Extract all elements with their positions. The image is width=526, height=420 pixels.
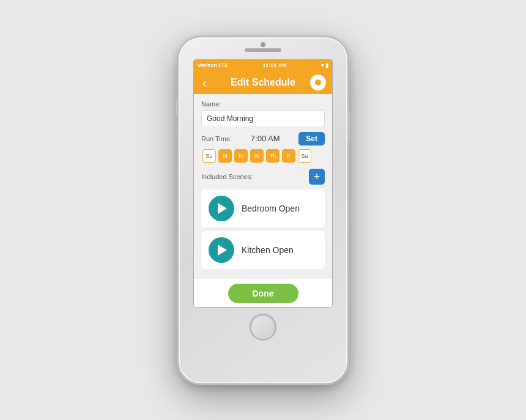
scene-item-bedroom: Bedroom Open <box>201 190 325 227</box>
scenes-row: Included Scenes: + <box>201 169 325 185</box>
network-label: LTE <box>218 62 228 68</box>
carrier-label: Verizon <box>198 62 217 68</box>
scenes-label: Included Scenes: <box>201 173 309 180</box>
phone-screen: Verizon LTE 11:01 AM ▾ ▮ ‹ Edit Schedule… <box>193 59 333 308</box>
name-input[interactable]: Good Morning <box>201 110 325 127</box>
add-scene-button[interactable]: + <box>309 169 325 185</box>
app-content: Name: Good Morning Run Time: 7:00 AM Set… <box>194 94 332 279</box>
scene-item-kitchen: Kitchen Open <box>201 231 325 269</box>
day-sa[interactable]: Sa <box>298 149 311 163</box>
done-section: Done <box>194 279 332 308</box>
days-selector: Su M Tu W Th F Sa <box>201 149 325 163</box>
status-time: 11:01 AM <box>263 62 287 68</box>
day-su[interactable]: Su <box>202 149 216 163</box>
play-icon <box>218 203 227 214</box>
play-bedroom-button[interactable] <box>209 196 234 221</box>
time-value: 7:00 AM <box>237 134 294 143</box>
set-time-button[interactable]: Set <box>298 132 325 146</box>
page-title: Edit Schedule <box>231 77 295 88</box>
back-button[interactable]: ‹ <box>200 75 209 90</box>
day-tu[interactable]: Tu <box>234 149 248 163</box>
day-th[interactable]: Th <box>266 149 280 163</box>
day-m[interactable]: M <box>218 149 232 163</box>
settings-circle-button[interactable] <box>310 75 326 90</box>
speaker <box>245 48 281 52</box>
battery-icon: ▮ <box>325 62 328 68</box>
play-icon <box>218 245 227 256</box>
wifi-icon: ▾ <box>321 62 324 68</box>
day-w[interactable]: W <box>250 149 264 163</box>
done-button[interactable]: Done <box>228 284 298 303</box>
phone-device: Verizon LTE 11:01 AM ▾ ▮ ‹ Edit Schedule… <box>177 36 349 385</box>
day-f[interactable]: F <box>282 149 295 163</box>
run-time-label: Run Time: <box>201 135 232 142</box>
scene-kitchen-name: Kitchen Open <box>242 245 294 255</box>
name-value: Good Morning <box>207 114 253 123</box>
status-right: ▾ ▮ <box>321 62 328 68</box>
app-header: ‹ Edit Schedule <box>194 71 332 94</box>
name-field-label: Name: <box>201 100 325 108</box>
status-left: Verizon LTE <box>198 62 228 68</box>
scene-bedroom-name: Bedroom Open <box>242 204 300 213</box>
play-kitchen-button[interactable] <box>209 237 234 263</box>
run-time-row: Run Time: 7:00 AM Set <box>201 132 325 146</box>
settings-circle-icon <box>315 79 321 86</box>
status-bar: Verizon LTE 11:01 AM ▾ ▮ <box>194 60 332 71</box>
home-button[interactable] <box>250 314 276 341</box>
